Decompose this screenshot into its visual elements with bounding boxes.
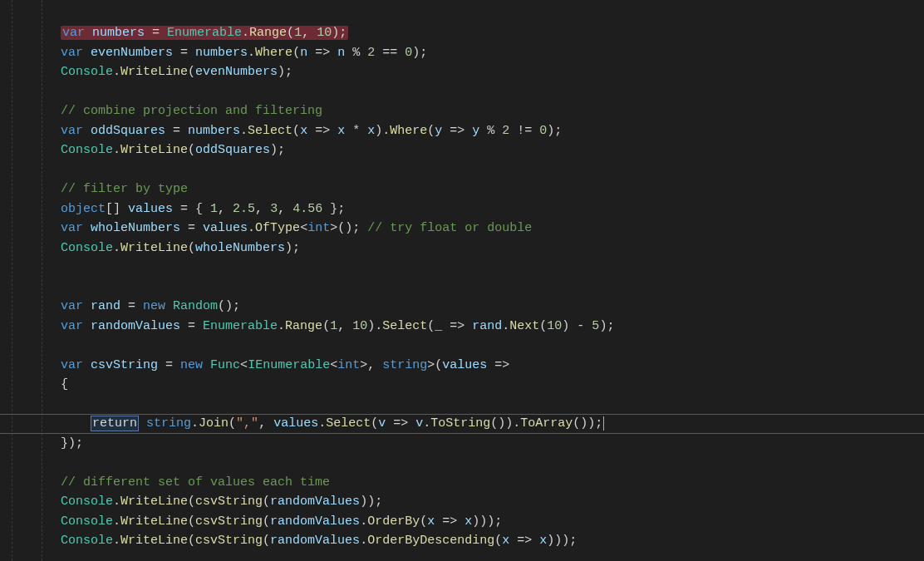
code-token: );	[270, 143, 285, 157]
code-token: values	[203, 221, 248, 235]
code-token: OfType	[255, 221, 300, 235]
code-line[interactable]: return string.Join(",", values.Select(v …	[61, 414, 614, 434]
code-line[interactable]: Console.WriteLine(csvString(randomValues…	[61, 492, 614, 512]
code-token: new	[180, 358, 203, 372]
code-token: )));	[547, 534, 577, 548]
code-token: !=	[509, 124, 539, 138]
code-area[interactable]: var numbers = Enumerable.Range(1, 10);va…	[61, 23, 614, 551]
code-token: csvString	[195, 514, 263, 529]
code-token: csvString	[195, 534, 263, 548]
code-token: =	[165, 124, 188, 138]
code-token: int	[337, 358, 360, 372]
code-token: <	[300, 221, 307, 235]
code-token: y	[472, 124, 479, 138]
code-line[interactable]: // filter by type	[61, 180, 614, 199]
code-line[interactable]: // combine projection and filtering	[61, 101, 614, 121]
code-token: wholeNumbers	[195, 241, 285, 255]
code-token: values	[128, 202, 173, 216]
code-line[interactable]	[61, 82, 614, 102]
code-line[interactable]: Console.WriteLine(oddSquares);	[61, 140, 614, 160]
code-token: WriteLine	[120, 495, 188, 509]
code-line[interactable]: var wholeNumbers = values.OfType<int>();…	[61, 219, 614, 239]
code-line[interactable]: Console.WriteLine(evenNumbers);	[61, 62, 614, 82]
code-token: =>	[509, 534, 539, 548]
code-token: (	[287, 26, 294, 40]
code-line[interactable]: var numbers = Enumerable.Range(1, 10);	[61, 23, 614, 43]
code-token: _	[435, 319, 442, 333]
code-line[interactable]: Console.WriteLine(csvString(randomValues…	[61, 512, 614, 532]
code-token: =	[173, 46, 195, 60]
code-line[interactable]: var oddSquares = numbers.Select(x => x *…	[61, 121, 614, 141]
code-token: Range	[285, 319, 322, 333]
code-line[interactable]	[61, 453, 614, 473]
code-line[interactable]: object[] values = { 1, 2.5, 3, 4.56 };	[61, 199, 614, 219]
code-token: (	[322, 319, 330, 333]
code-line[interactable]	[61, 258, 614, 278]
code-token: Enumerable	[167, 26, 242, 40]
code-token: IEnumerable	[248, 358, 330, 372]
code-token: =>	[442, 319, 472, 333]
code-token: csvString	[195, 495, 263, 509]
code-token	[85, 26, 92, 40]
code-token: var	[61, 319, 83, 333]
code-token: int	[307, 221, 330, 235]
code-token: =	[145, 26, 167, 40]
code-token: .	[113, 241, 120, 255]
code-token: ();	[218, 299, 240, 313]
code-line[interactable]	[61, 278, 614, 298]
code-token: v	[378, 416, 386, 431]
code-line[interactable]: {	[61, 375, 614, 395]
code-line[interactable]: Console.WriteLine(csvString(randomValues…	[61, 531, 614, 551]
code-token: 10	[547, 319, 562, 333]
code-token: randomValues	[270, 514, 360, 529]
code-token: WriteLine	[120, 241, 188, 255]
code-token: (	[229, 416, 236, 431]
code-token: ).	[367, 319, 382, 333]
code-token	[203, 358, 210, 372]
code-token: x	[300, 124, 307, 138]
code-line[interactable]	[61, 395, 614, 415]
code-token	[83, 124, 91, 138]
code-token: };	[322, 202, 345, 216]
code-token: Console	[61, 65, 113, 79]
code-token: .	[113, 534, 120, 548]
code-token: =>	[307, 46, 337, 60]
code-token: Console	[61, 534, 113, 548]
code-token: 1	[294, 26, 302, 40]
code-token: x	[502, 534, 509, 548]
code-line[interactable]: var rand = new Random();	[61, 297, 614, 317]
code-token	[83, 319, 91, 333]
code-token: >,	[360, 358, 382, 372]
code-token: .	[360, 514, 367, 529]
code-token: );	[278, 65, 292, 79]
code-token	[83, 299, 91, 313]
code-token: %	[345, 46, 367, 60]
code-line[interactable]: var csvString = new Func<IEnumerable<int…	[61, 356, 614, 376]
code-token: []	[106, 202, 128, 216]
code-line[interactable]: var randomValues = Enumerable.Range(1, 1…	[61, 317, 614, 337]
code-token: (	[188, 65, 195, 79]
code-token: )));	[472, 514, 502, 529]
code-token: numbers	[195, 46, 248, 60]
code-line[interactable]: var evenNumbers = numbers.Where(n => n %…	[61, 43, 614, 63]
code-line[interactable]: Console.WriteLine(wholeNumbers);	[61, 239, 614, 258]
code-token: // filter by type	[61, 182, 188, 196]
code-token: (	[188, 514, 195, 529]
code-token: n	[300, 46, 307, 60]
code-token: n	[337, 46, 345, 60]
indent-guide	[12, 0, 12, 561]
code-token: =>	[307, 124, 337, 138]
code-line[interactable]: });	[61, 434, 614, 454]
code-line[interactable]: // different set of values each time	[61, 473, 614, 493]
code-line[interactable]	[61, 336, 614, 356]
code-token: randomValues	[270, 534, 360, 548]
code-token: {	[61, 377, 68, 391]
code-token: 2.5	[233, 202, 255, 216]
code-token: 1	[330, 319, 337, 333]
code-token: =>	[442, 124, 472, 138]
code-editor[interactable]: var numbers = Enumerable.Range(1, 10);va…	[0, 0, 924, 561]
code-token: Range	[249, 26, 287, 40]
code-line[interactable]	[61, 160, 614, 180]
code-token: =>	[386, 416, 415, 431]
code-token: .	[191, 416, 199, 431]
